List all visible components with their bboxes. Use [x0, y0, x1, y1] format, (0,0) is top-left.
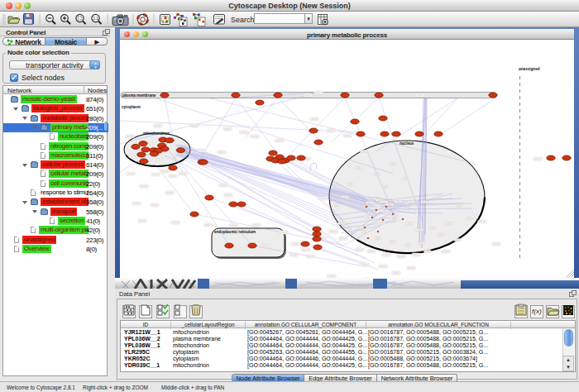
svg-text:f(x): f(x) — [532, 308, 542, 315]
svg-text:endoplasmic reticulum: endoplasmic reticulum — [214, 230, 256, 234]
svg-text:unassigned: unassigned — [519, 67, 540, 71]
svg-text:mitochondrion: mitochondrion — [143, 131, 170, 136]
svg-text:cytoplasm: cytoplasm — [122, 105, 141, 109]
svg-text:nucleus: nucleus — [400, 141, 414, 146]
svg-text:plasma membrane: plasma membrane — [122, 93, 156, 98]
svg-text:1:1: 1:1 — [93, 17, 99, 21]
